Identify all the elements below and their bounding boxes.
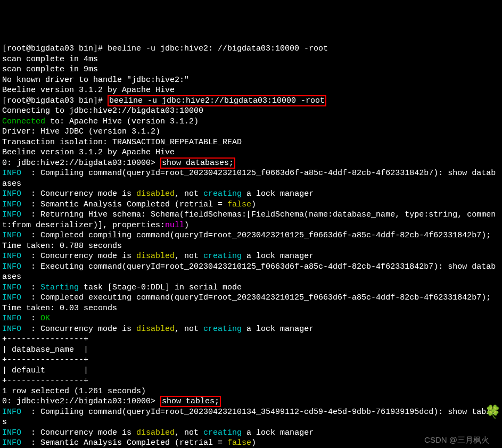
log-level-info: INFO [2, 293, 26, 302]
status-ok: OK [40, 314, 50, 323]
output-line: : Compiling command(queryId=root_2023042… [2, 408, 496, 427]
output-line: , not [175, 252, 203, 261]
table-separator: +----------------+ [2, 335, 88, 344]
output-line: Beeline version 3.1.2 by Apache Hive [2, 86, 175, 95]
command-text: beeline -u jdbc:hive2: //bigdata03:10000… [108, 44, 328, 53]
table-row: | default | [2, 366, 88, 375]
output-line: : Concurrency mode is [26, 428, 136, 437]
output-line: ) [251, 200, 256, 209]
highlighted-command: show tables; [160, 396, 221, 407]
log-level-info: INFO [2, 438, 26, 447]
highlighted-command: show databases; [160, 157, 235, 169]
keyword-disabled: disabled [136, 252, 175, 261]
log-level-info: INFO [2, 252, 26, 261]
log-level-info: INFO [2, 189, 26, 198]
table-header: | database_name | [2, 345, 88, 354]
status-connected: Connected [2, 117, 45, 126]
output-line: : Concurrency mode is [26, 325, 136, 334]
keyword-creating: creating [203, 252, 242, 261]
output-line: Connecting to jdbc:hive2://bigdata03:100… [2, 106, 203, 115]
output-line: : Concurrency mode is [26, 252, 136, 261]
table-separator: +----------------+ [2, 355, 88, 364]
output-line: to: Apache Hive (version 3.1.2) [45, 117, 199, 126]
output-line: Driver: Hive JDBC (version 3.1.2) [2, 127, 160, 136]
output-line: : [26, 283, 40, 292]
log-level-info: INFO [2, 408, 26, 417]
keyword-creating: creating [203, 325, 242, 334]
output-line: , not [175, 325, 203, 334]
log-level-info: INFO [2, 428, 26, 437]
log-level-info: INFO [2, 210, 26, 219]
output-line: scan complete in 9ms [2, 65, 98, 74]
output-line: : [26, 314, 40, 323]
watermark-text: CSDN @三月枫火 [424, 435, 489, 445]
log-level-info: INFO [2, 169, 26, 178]
output-line: : Completed compiling command(queryId=ro… [2, 231, 496, 251]
keyword-disabled: disabled [136, 428, 175, 437]
output-line: task [Stage-0:DDL] in serial mode [79, 283, 242, 292]
output-line: 1 row selected (1.261 seconds) [2, 387, 146, 396]
keyword-null: null [165, 221, 184, 230]
output-line: : Semantic Analysis Completed (retrial = [26, 200, 227, 209]
log-level-info: INFO [2, 262, 26, 271]
clover-icon: 🍀 [485, 404, 501, 421]
log-level-info: INFO [2, 283, 26, 292]
log-level-info: INFO [2, 200, 26, 209]
keyword-false: false [227, 438, 251, 447]
output-line: , not [175, 428, 203, 437]
output-line: : Executing command(queryId=root_2023042… [2, 262, 496, 282]
terminal-output: [root@bigdata03 bin]# beeline -u jdbc:hi… [2, 44, 500, 448]
log-level-info: INFO [2, 314, 26, 323]
output-line: Beeline version 3.1.2 by Apache Hive [2, 148, 175, 157]
output-line: No known driver to handle "jdbc:hive2:" [2, 76, 189, 85]
output-line: : Returning Hive schema: Schema(fieldSch… [2, 210, 496, 230]
output-line: : Semantic Analysis Completed (retrial = [26, 438, 227, 447]
output-line: Transaction isolation: TRANSACTION_REPEA… [2, 138, 242, 147]
output-line: ) [251, 438, 256, 447]
output-line: , not [175, 189, 203, 198]
output-line: a lock manager [242, 189, 314, 198]
beeline-prompt: 0: jdbc:hive2://bigdata03:10000> [2, 397, 160, 406]
keyword-creating: creating [203, 428, 242, 437]
output-line: ) [184, 221, 189, 230]
output-line: : Completed executing command(queryId=ro… [2, 293, 496, 313]
output-line: : Compiling command(queryId=root_2023042… [2, 169, 496, 188]
keyword-false: false [227, 200, 251, 209]
output-line: a lock manager [242, 252, 314, 261]
output-line: a lock manager [242, 428, 314, 437]
output-line: scan complete in 4ms [2, 55, 98, 64]
highlighted-command: beeline -u jdbc:hive2://bigdata03:10000 … [108, 95, 326, 106]
keyword-creating: creating [203, 189, 242, 198]
output-line: a lock manager [242, 325, 314, 334]
keyword-disabled: disabled [136, 189, 175, 198]
table-separator: +----------------+ [2, 376, 88, 385]
log-level-info: INFO [2, 325, 26, 334]
shell-prompt: [root@bigdata03 bin]# [2, 96, 108, 105]
keyword-disabled: disabled [136, 325, 175, 334]
beeline-prompt: 0: jdbc:hive2://bigdata03:10000> [2, 159, 160, 168]
keyword-starting: Starting [40, 283, 79, 292]
shell-prompt: [root@bigdata03 bin]# [2, 44, 108, 53]
output-line: : Concurrency mode is [26, 189, 136, 198]
log-level-info: INFO [2, 231, 26, 240]
